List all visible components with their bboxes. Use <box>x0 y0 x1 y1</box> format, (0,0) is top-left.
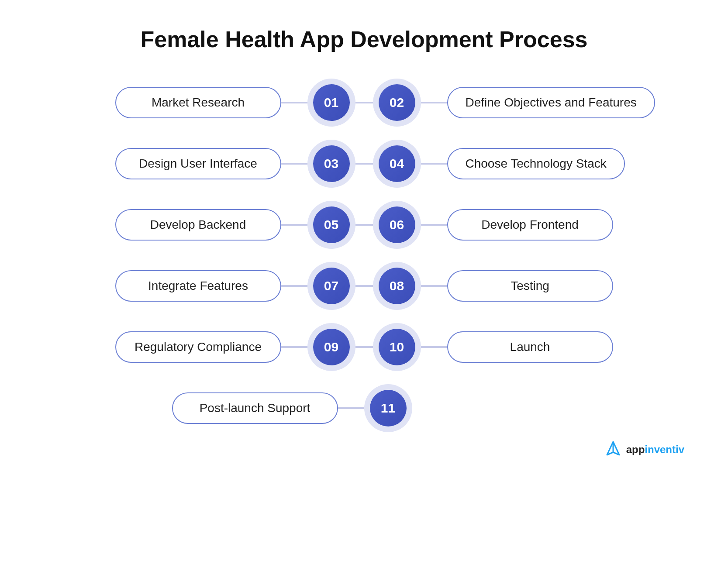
item-left-4: Integrate Features <box>28 270 307 302</box>
process-row-2: Design User Interface 03 04 Choose Techn… <box>28 140 700 188</box>
item-left-3: Develop Backend <box>28 209 307 241</box>
step-06-circle: 06 <box>373 201 421 249</box>
label-define-objectives: Define Objectives and Features <box>447 87 655 118</box>
connector-line <box>281 102 307 103</box>
label-testing: Testing <box>447 270 613 302</box>
step-05-circle: 05 <box>307 201 355 249</box>
label-market-research: Market Research <box>115 87 281 118</box>
process-row-5: Regulatory Compliance 09 10 Launch <box>28 323 700 371</box>
center-pair-3: 05 06 <box>307 201 421 249</box>
step-02-circle: 02 <box>373 79 421 127</box>
label-post-launch: Post-launch Support <box>172 392 338 424</box>
step-09-circle: 09 <box>307 323 355 371</box>
item-left-1: Market Research <box>28 87 307 118</box>
process-row-3: Develop Backend 05 06 Develop Frontend <box>28 201 700 249</box>
label-design-ui: Design User Interface <box>115 148 281 179</box>
pair-line <box>355 102 373 103</box>
label-launch: Launch <box>447 331 613 363</box>
pair-line-5 <box>355 346 373 348</box>
pair-line-2 <box>355 163 373 165</box>
process-row-6: Post-launch Support 11 <box>28 384 700 432</box>
connector-line-3 <box>281 224 307 226</box>
item-left-5: Regulatory Compliance <box>28 331 307 363</box>
label-tech-stack: Choose Technology Stack <box>447 148 625 179</box>
appinventiv-logo-icon <box>604 441 622 458</box>
step-10-circle: 10 <box>373 323 421 371</box>
center-pair-4: 07 08 <box>307 262 421 310</box>
center-pair-2: 03 04 <box>307 140 421 188</box>
connector-line-2 <box>281 163 307 165</box>
connector-line-r5 <box>421 346 447 348</box>
process-grid: Market Research 01 02 Define Objectives … <box>28 79 700 432</box>
item-right-2: Choose Technology Stack <box>421 148 700 179</box>
step-11-circle: 11 <box>364 384 412 432</box>
item-right-4: Testing <box>421 270 700 302</box>
step-04-circle: 04 <box>373 140 421 188</box>
step-01-circle: 01 <box>307 79 355 127</box>
center-pair-1: 01 02 <box>307 79 421 127</box>
label-develop-backend: Develop Backend <box>115 209 281 241</box>
item-left-6: Post-launch Support 11 <box>172 384 700 432</box>
page-title: Female Health App Development Process <box>141 26 588 52</box>
process-row-1: Market Research 01 02 Define Objectives … <box>28 79 700 127</box>
logo-area: appinventiv <box>604 441 684 458</box>
process-row-4: Integrate Features 07 08 Testing <box>28 262 700 310</box>
label-regulatory-compliance: Regulatory Compliance <box>115 331 281 363</box>
logo-text: appinventiv <box>626 444 684 456</box>
item-left-2: Design User Interface <box>28 148 307 179</box>
pair-line-3 <box>355 224 373 226</box>
item-right-5: Launch <box>421 331 700 363</box>
connector-line-r4 <box>421 285 447 287</box>
item-right-3: Develop Frontend <box>421 209 700 241</box>
step-07-circle: 07 <box>307 262 355 310</box>
label-integrate-features: Integrate Features <box>115 270 281 302</box>
item-right-1: Define Objectives and Features <box>421 87 700 118</box>
center-pair-5: 09 10 <box>307 323 421 371</box>
connector-line-r3 <box>421 224 447 226</box>
connector-line-4 <box>281 285 307 287</box>
step-08-circle: 08 <box>373 262 421 310</box>
pair-line-4 <box>355 285 373 287</box>
connector-line-r2 <box>421 163 447 165</box>
connector-line-6 <box>338 407 364 409</box>
connector-line-5 <box>281 346 307 348</box>
step-03-circle: 03 <box>307 140 355 188</box>
label-develop-frontend: Develop Frontend <box>447 209 613 241</box>
connector-line-r <box>421 102 447 103</box>
